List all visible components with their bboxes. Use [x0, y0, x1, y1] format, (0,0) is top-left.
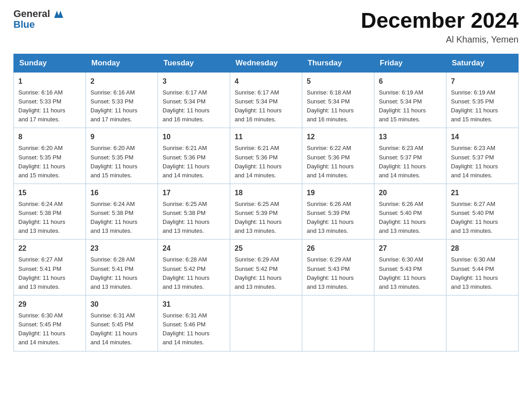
- day-info: Sunrise: 6:29 AMSunset: 5:42 PMDaylight:…: [235, 255, 297, 291]
- day-number: 2: [90, 76, 153, 87]
- calendar-cell: 24Sunrise: 6:28 AMSunset: 5:42 PMDayligh…: [158, 240, 230, 295]
- day-number: 25: [235, 243, 297, 254]
- day-info: Sunrise: 6:21 AMSunset: 5:36 PMDaylight:…: [163, 144, 225, 180]
- day-number: 18: [235, 188, 297, 198]
- day-number: 17: [163, 188, 225, 198]
- calendar-week-row: 1Sunrise: 6:16 AMSunset: 5:33 PMDaylight…: [14, 72, 519, 128]
- calendar-cell: 11Sunrise: 6:21 AMSunset: 5:36 PMDayligh…: [230, 128, 302, 184]
- calendar-cell: 14Sunrise: 6:23 AMSunset: 5:37 PMDayligh…: [446, 128, 519, 184]
- calendar-cell: 8Sunrise: 6:20 AMSunset: 5:35 PMDaylight…: [14, 128, 86, 184]
- calendar-cell: [230, 295, 302, 351]
- day-number: 31: [163, 299, 225, 310]
- calendar-cell: 30Sunrise: 6:31 AMSunset: 5:45 PMDayligh…: [86, 295, 158, 351]
- day-info: Sunrise: 6:18 AMSunset: 5:34 PMDaylight:…: [307, 88, 369, 124]
- calendar-week-row: 29Sunrise: 6:30 AMSunset: 5:45 PMDayligh…: [14, 295, 519, 351]
- day-info: Sunrise: 6:17 AMSunset: 5:34 PMDaylight:…: [235, 88, 297, 124]
- calendar-cell: 4Sunrise: 6:17 AMSunset: 5:34 PMDaylight…: [230, 72, 302, 128]
- day-info: Sunrise: 6:24 AMSunset: 5:38 PMDaylight:…: [90, 200, 153, 236]
- calendar-cell: 20Sunrise: 6:26 AMSunset: 5:40 PMDayligh…: [374, 184, 446, 240]
- logo-blue-text: Blue: [13, 20, 64, 30]
- calendar-cell: 3Sunrise: 6:17 AMSunset: 5:34 PMDaylight…: [158, 72, 230, 128]
- day-info: Sunrise: 6:30 AMSunset: 5:44 PMDaylight:…: [451, 255, 514, 291]
- calendar-cell: 29Sunrise: 6:30 AMSunset: 5:45 PMDayligh…: [14, 295, 86, 351]
- day-info: Sunrise: 6:20 AMSunset: 5:35 PMDaylight:…: [90, 144, 153, 180]
- title-block: December 2024 Al Khamis, Yemen: [361, 9, 519, 45]
- weekday-header-monday: Monday: [86, 54, 158, 72]
- page-title: December 2024: [361, 9, 519, 33]
- day-number: 7: [451, 76, 514, 87]
- calendar-week-row: 22Sunrise: 6:27 AMSunset: 5:41 PMDayligh…: [14, 240, 519, 295]
- calendar-cell: 15Sunrise: 6:24 AMSunset: 5:38 PMDayligh…: [14, 184, 86, 240]
- calendar-week-row: 15Sunrise: 6:24 AMSunset: 5:38 PMDayligh…: [14, 184, 519, 240]
- day-number: 19: [307, 188, 369, 198]
- calendar-cell: 22Sunrise: 6:27 AMSunset: 5:41 PMDayligh…: [14, 240, 86, 295]
- day-info: Sunrise: 6:23 AMSunset: 5:37 PMDaylight:…: [379, 144, 442, 180]
- day-info: Sunrise: 6:20 AMSunset: 5:35 PMDaylight:…: [18, 144, 81, 180]
- day-number: 9: [90, 132, 153, 142]
- day-number: 3: [163, 76, 225, 87]
- day-number: 4: [235, 76, 297, 87]
- day-number: 13: [379, 132, 442, 142]
- day-number: 6: [379, 76, 442, 87]
- calendar-cell: 17Sunrise: 6:25 AMSunset: 5:38 PMDayligh…: [158, 184, 230, 240]
- calendar-cell: 1Sunrise: 6:16 AMSunset: 5:33 PMDaylight…: [14, 72, 86, 128]
- weekday-header-thursday: Thursday: [302, 54, 374, 72]
- logo-general-text: General: [13, 9, 50, 19]
- day-number: 22: [18, 243, 81, 254]
- day-info: Sunrise: 6:29 AMSunset: 5:43 PMDaylight:…: [307, 255, 369, 291]
- day-info: Sunrise: 6:17 AMSunset: 5:34 PMDaylight:…: [163, 88, 225, 124]
- calendar-cell: 28Sunrise: 6:30 AMSunset: 5:44 PMDayligh…: [446, 240, 519, 295]
- calendar-cell: 7Sunrise: 6:19 AMSunset: 5:35 PMDaylight…: [446, 72, 519, 128]
- calendar-cell: 23Sunrise: 6:28 AMSunset: 5:41 PMDayligh…: [86, 240, 158, 295]
- page-header: General Blue December 2024 Al Khamis, Ye…: [13, 9, 519, 45]
- logo-triangle-icon: [51, 9, 63, 19]
- calendar-cell: 18Sunrise: 6:25 AMSunset: 5:39 PMDayligh…: [230, 184, 302, 240]
- calendar-cell: 26Sunrise: 6:29 AMSunset: 5:43 PMDayligh…: [302, 240, 374, 295]
- day-info: Sunrise: 6:30 AMSunset: 5:45 PMDaylight:…: [18, 311, 81, 347]
- day-info: Sunrise: 6:19 AMSunset: 5:34 PMDaylight:…: [379, 88, 442, 124]
- day-info: Sunrise: 6:19 AMSunset: 5:35 PMDaylight:…: [451, 88, 514, 124]
- calendar-cell: [374, 295, 446, 351]
- day-info: Sunrise: 6:30 AMSunset: 5:43 PMDaylight:…: [379, 255, 442, 291]
- calendar-cell: 12Sunrise: 6:22 AMSunset: 5:36 PMDayligh…: [302, 128, 374, 184]
- day-info: Sunrise: 6:27 AMSunset: 5:40 PMDaylight:…: [451, 200, 514, 236]
- day-number: 12: [307, 132, 369, 142]
- day-number: 8: [18, 132, 81, 142]
- day-info: Sunrise: 6:26 AMSunset: 5:39 PMDaylight:…: [307, 200, 369, 236]
- day-number: 30: [90, 299, 153, 310]
- calendar-cell: 25Sunrise: 6:29 AMSunset: 5:42 PMDayligh…: [230, 240, 302, 295]
- day-info: Sunrise: 6:24 AMSunset: 5:38 PMDaylight:…: [18, 200, 81, 236]
- day-info: Sunrise: 6:31 AMSunset: 5:45 PMDaylight:…: [90, 311, 153, 347]
- day-info: Sunrise: 6:28 AMSunset: 5:41 PMDaylight:…: [90, 255, 153, 291]
- day-number: 28: [451, 243, 514, 254]
- weekday-header-wednesday: Wednesday: [230, 54, 302, 72]
- calendar-table: SundayMondayTuesdayWednesdayThursdayFrid…: [13, 54, 519, 351]
- day-number: 14: [451, 132, 514, 142]
- calendar-cell: 16Sunrise: 6:24 AMSunset: 5:38 PMDayligh…: [86, 184, 158, 240]
- day-number: 29: [18, 299, 81, 310]
- calendar-cell: 10Sunrise: 6:21 AMSunset: 5:36 PMDayligh…: [158, 128, 230, 184]
- calendar-cell: 19Sunrise: 6:26 AMSunset: 5:39 PMDayligh…: [302, 184, 374, 240]
- calendar-cell: 6Sunrise: 6:19 AMSunset: 5:34 PMDaylight…: [374, 72, 446, 128]
- weekday-header-saturday: Saturday: [446, 54, 519, 72]
- calendar-cell: [446, 295, 519, 351]
- calendar-cell: 13Sunrise: 6:23 AMSunset: 5:37 PMDayligh…: [374, 128, 446, 184]
- page-subtitle: Al Khamis, Yemen: [361, 34, 519, 45]
- weekday-header-tuesday: Tuesday: [158, 54, 230, 72]
- calendar-cell: 9Sunrise: 6:20 AMSunset: 5:35 PMDaylight…: [86, 128, 158, 184]
- day-number: 20: [379, 188, 442, 198]
- day-info: Sunrise: 6:26 AMSunset: 5:40 PMDaylight:…: [379, 200, 442, 236]
- day-number: 15: [18, 188, 81, 198]
- weekday-header-friday: Friday: [374, 54, 446, 72]
- day-info: Sunrise: 6:23 AMSunset: 5:37 PMDaylight:…: [451, 144, 514, 180]
- day-info: Sunrise: 6:16 AMSunset: 5:33 PMDaylight:…: [90, 88, 153, 124]
- day-info: Sunrise: 6:25 AMSunset: 5:39 PMDaylight:…: [235, 200, 297, 236]
- day-info: Sunrise: 6:28 AMSunset: 5:42 PMDaylight:…: [163, 255, 225, 291]
- calendar-cell: 31Sunrise: 6:31 AMSunset: 5:46 PMDayligh…: [158, 295, 230, 351]
- calendar-cell: 27Sunrise: 6:30 AMSunset: 5:43 PMDayligh…: [374, 240, 446, 295]
- day-number: 11: [235, 132, 297, 142]
- day-info: Sunrise: 6:22 AMSunset: 5:36 PMDaylight:…: [307, 144, 369, 180]
- day-number: 21: [451, 188, 514, 198]
- day-info: Sunrise: 6:27 AMSunset: 5:41 PMDaylight:…: [18, 255, 81, 291]
- calendar-week-row: 8Sunrise: 6:20 AMSunset: 5:35 PMDaylight…: [14, 128, 519, 184]
